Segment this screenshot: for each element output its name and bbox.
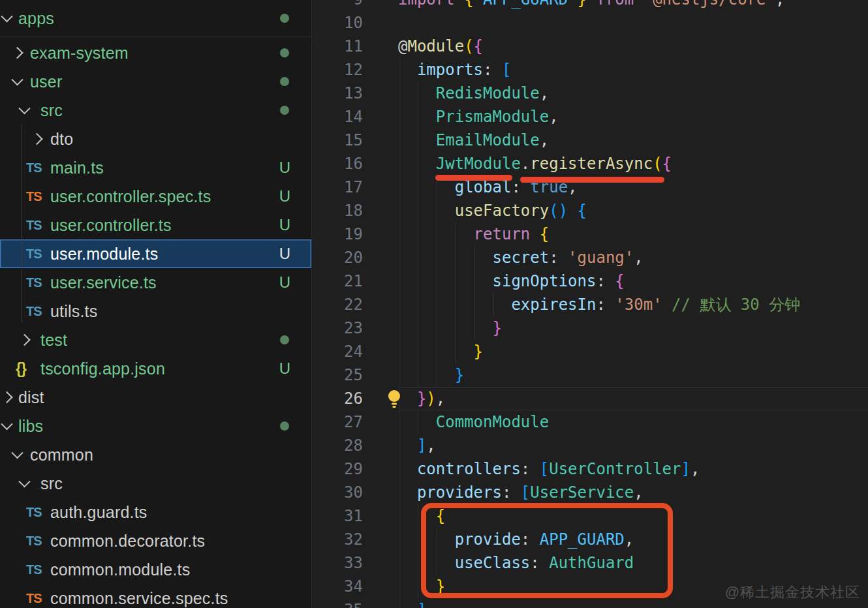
chevron-right-icon[interactable] xyxy=(31,133,42,145)
line-number: 16 xyxy=(312,152,363,175)
code-line-11[interactable]: 11@Module({ xyxy=(312,35,868,58)
sidebar-item-libs[interactable]: libs xyxy=(0,412,311,440)
chevron-right-icon[interactable] xyxy=(18,334,30,346)
sidebar-item-user.module.ts[interactable]: TSuser.module.tsU xyxy=(0,239,311,268)
sidebar-item-src[interactable]: src xyxy=(0,96,311,125)
sidebar-item-common.service.spec.ts[interactable]: TScommon.service.spec.ts xyxy=(0,584,311,608)
code-line-19[interactable]: 19 return { xyxy=(312,222,868,246)
line-number: 19 xyxy=(312,222,363,246)
sidebar-item-label: user.controller.ts xyxy=(50,211,172,239)
code-line-14[interactable]: 14 PrismaModule, xyxy=(312,105,868,129)
sidebar-item-exam-system[interactable]: exam-system xyxy=(0,38,311,67)
lightbulb-icon[interactable] xyxy=(386,389,402,408)
chevron-down-icon[interactable] xyxy=(11,447,23,459)
code-line-23[interactable]: 23 } xyxy=(312,316,868,340)
sidebar-item-common[interactable]: common xyxy=(0,440,311,469)
sidebar-item-dto[interactable]: dto xyxy=(0,125,311,153)
code-line-29[interactable]: 29 controllers: [UserController], xyxy=(312,457,868,481)
sidebar-item-user[interactable]: user xyxy=(0,67,311,96)
line-number: 13 xyxy=(312,82,363,105)
git-untracked-badge: U xyxy=(279,182,290,211)
sidebar-item-label: user.module.ts xyxy=(50,239,158,268)
code-text: imports: [ xyxy=(398,58,511,82)
sidebar-item-label: user.service.ts xyxy=(50,268,157,297)
line-number: 26 xyxy=(312,387,363,410)
code-line-25[interactable]: 25 } xyxy=(312,363,868,387)
code-text: JwtModule.registerAsync({ xyxy=(398,152,672,175)
code-line-20[interactable]: 20 secret: 'guang', xyxy=(312,246,868,269)
chevron-down-icon[interactable] xyxy=(1,10,12,22)
typescript-file-icon: TS xyxy=(26,211,42,239)
watermark: @稀土掘金技术社区 xyxy=(725,583,860,602)
code-line-18[interactable]: 18 useFactory() { xyxy=(312,199,868,222)
git-modified-dot xyxy=(280,335,289,344)
code-text: CommonModule xyxy=(398,410,549,434)
git-modified-dot xyxy=(280,421,289,431)
code-line-21[interactable]: 21 signOptions: { xyxy=(312,269,868,293)
line-number: 22 xyxy=(312,293,363,316)
sidebar-item-tsconfig.app.json[interactable]: {}tsconfig.app.jsonU xyxy=(0,354,311,383)
file-explorer: appsexam-systemusersrcdtoTSmain.tsUTSuse… xyxy=(0,0,312,608)
code-text: ] xyxy=(398,598,426,608)
line-number: 34 xyxy=(312,575,363,598)
chevron-down-icon[interactable] xyxy=(18,102,30,114)
vscode-window: appsexam-systemusersrcdtoTSmain.tsUTSuse… xyxy=(0,0,868,608)
code-line-10[interactable]: 10 xyxy=(312,11,868,35)
code-line-27[interactable]: 27 CommonModule xyxy=(312,410,868,434)
git-modified-dot xyxy=(280,106,289,115)
line-number: 24 xyxy=(312,340,363,363)
sidebar-item-main.ts[interactable]: TSmain.tsU xyxy=(0,153,311,182)
code-line-24[interactable]: 24 } xyxy=(312,340,868,363)
code-line-13[interactable]: 13 RedisModule, xyxy=(312,82,868,105)
code-line-9[interactable]: 9import { APP_GUARD } from '@nestjs/core… xyxy=(312,0,868,11)
sidebar-item-label: dto xyxy=(50,125,73,153)
typescript-file-icon: TS xyxy=(26,153,42,182)
sidebar-item-user.controller.spec.ts[interactable]: TSuser.controller.spec.tsU xyxy=(0,182,311,211)
code-text: signOptions: { xyxy=(398,269,625,293)
line-number: 10 xyxy=(312,11,363,35)
sidebar-item-label: test xyxy=(40,326,67,354)
line-number: 9 xyxy=(312,0,363,11)
line-number: 30 xyxy=(312,481,363,504)
sidebar-item-apps[interactable]: apps xyxy=(0,4,311,33)
sidebar-item-utils.ts[interactable]: TSutils.ts xyxy=(0,297,311,326)
sidebar-item-label: common.module.ts xyxy=(50,555,190,584)
chevron-down-icon[interactable] xyxy=(11,74,23,85)
git-untracked-badge: U xyxy=(279,153,290,182)
code-text: useFactory() { xyxy=(398,199,587,222)
sidebar-item-common.module.ts[interactable]: TScommon.module.ts xyxy=(0,555,311,584)
chevron-right-icon[interactable] xyxy=(11,47,23,59)
code-text: } xyxy=(398,316,502,340)
json-braces-icon: {} xyxy=(16,354,26,383)
chevron-right-icon[interactable] xyxy=(1,391,12,403)
line-number: 14 xyxy=(312,105,363,129)
sidebar-item-label: utils.ts xyxy=(50,297,97,326)
sidebar-item-dist[interactable]: dist xyxy=(0,383,311,412)
sidebar-item-common.decorator.ts[interactable]: TScommon.decorator.ts xyxy=(0,526,311,555)
sidebar-item-src[interactable]: src xyxy=(0,469,311,498)
code-line-16[interactable]: 16 JwtModule.registerAsync({ xyxy=(312,152,868,175)
chevron-down-icon[interactable] xyxy=(18,476,30,487)
code-line-15[interactable]: 15 EmailModule, xyxy=(312,129,868,152)
annotation-underline-jwtmodule xyxy=(435,175,512,181)
sidebar-item-label: src xyxy=(40,96,63,125)
code-line-30[interactable]: 30 providers: [UserService, xyxy=(312,481,868,504)
sidebar-item-label: common xyxy=(30,440,93,469)
code-text: ], xyxy=(398,434,436,457)
code-text: EmailModule, xyxy=(398,129,549,152)
code-line-22[interactable]: 22 expiresIn: '30m' // 默认 30 分钟 xyxy=(312,293,868,316)
code-line-28[interactable]: 28 ], xyxy=(312,434,868,457)
sidebar-item-test[interactable]: test xyxy=(0,326,311,354)
chevron-down-icon[interactable] xyxy=(1,418,12,430)
sidebar-item-auth.guard.ts[interactable]: TSauth.guard.ts xyxy=(0,498,311,526)
sidebar-item-user.controller.ts[interactable]: TSuser.controller.tsU xyxy=(0,211,311,239)
line-number: 11 xyxy=(312,35,363,58)
annotation-underline-registerasync xyxy=(520,177,664,183)
line-number: 15 xyxy=(312,129,363,152)
code-line-12[interactable]: 12 imports: [ xyxy=(312,58,868,82)
sidebar-item-label: dist xyxy=(18,383,44,412)
code-text: }), xyxy=(398,387,445,410)
code-editor[interactable]: 9import { APP_GUARD } from '@nestjs/core… xyxy=(312,0,868,608)
git-untracked-badge: U xyxy=(279,211,290,239)
sidebar-item-user.service.ts[interactable]: TSuser.service.tsU xyxy=(0,268,311,297)
